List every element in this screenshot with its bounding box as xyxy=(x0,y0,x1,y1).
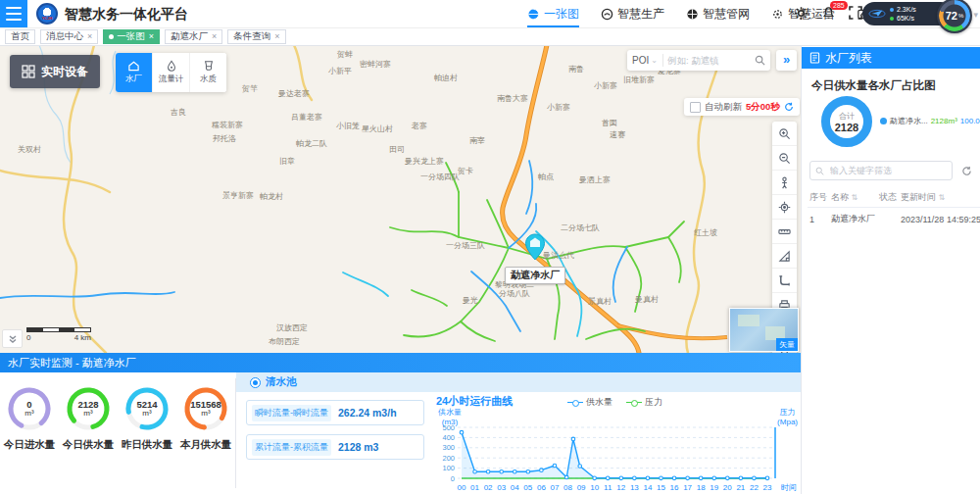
legend-pressure[interactable]: 压力 xyxy=(626,396,662,409)
hamburger-menu-button[interactable] xyxy=(0,0,27,27)
map-layer-switcher: 水厂 流量计 水质 xyxy=(116,53,226,92)
svg-text:19: 19 xyxy=(710,483,718,492)
svg-text:16: 16 xyxy=(670,483,679,492)
collapse-panel-button[interactable] xyxy=(2,329,23,348)
supply-donut-chart: 合计 2128 xyxy=(821,96,872,147)
refresh-countdown: 5分00秒 xyxy=(746,101,780,114)
svg-text:13: 13 xyxy=(630,483,639,492)
svg-text:小旧笼: 小旧笼 xyxy=(336,122,360,130)
search-icon[interactable] xyxy=(755,55,765,66)
sort-icon: ⇅ xyxy=(939,193,946,202)
realtime-device-button[interactable]: 实时设备 xyxy=(10,55,100,88)
list-refresh-icon[interactable] xyxy=(961,163,972,180)
close-icon[interactable]: × xyxy=(274,31,279,41)
locate-tool[interactable] xyxy=(772,195,797,220)
svg-text:一分场四队: 一分场四队 xyxy=(420,173,460,181)
svg-text:布朗西定: 布朗西定 xyxy=(269,337,300,346)
system-usage-gauge[interactable]: 72% xyxy=(937,0,972,33)
poi-search-input[interactable] xyxy=(663,55,755,66)
col-header-name[interactable]: 名称 ⇅ xyxy=(829,188,877,208)
nav-item-pipe-network[interactable]: 智慧管网 xyxy=(686,0,750,27)
svg-text:03: 03 xyxy=(497,483,506,492)
tab-one-map[interactable]: 一张图× xyxy=(103,29,160,44)
street-view-tool[interactable] xyxy=(772,171,797,195)
zoom-out-tool[interactable] xyxy=(772,146,797,171)
zoom-in-tool[interactable] xyxy=(772,122,797,146)
legend-supply[interactable]: 供水量 xyxy=(567,396,612,409)
map-canvas[interactable]: 曼朗贺蚌小新平密蚌河寨帕迫村南鲁南鲁大寨小新寨旧堆新寨爱尼寨小新寨贺竿曼达老寨吕… xyxy=(0,45,802,353)
nav-item-map[interactable]: 一张图 xyxy=(527,0,579,27)
svg-text:帕点: 帕点 xyxy=(538,173,554,181)
notifications-bell-icon[interactable]: 285 xyxy=(821,6,837,22)
upload-speed: 2.3K/s xyxy=(897,6,916,14)
svg-text:15: 15 xyxy=(657,483,665,492)
tank-tab-label[interactable]: 清水池 xyxy=(266,375,297,389)
svg-text:曼达老寨: 曼达老寨 xyxy=(278,89,310,98)
svg-text:17: 17 xyxy=(683,483,692,492)
col-header-updated[interactable]: 更新时间 ⇅ xyxy=(899,188,980,208)
poi-type-select[interactable]: POI⌄ xyxy=(627,54,663,67)
pie-chart-title: 今日供水量各水厂占比图 xyxy=(811,78,936,93)
tab-message-center[interactable]: 消息中心× xyxy=(40,29,98,44)
svg-text:旧章: 旧章 xyxy=(279,157,295,166)
svg-text:旧堆新寨: 旧堆新寨 xyxy=(623,75,655,84)
pipe-tool[interactable] xyxy=(772,269,797,293)
close-icon[interactable]: × xyxy=(212,31,217,41)
close-icon[interactable]: × xyxy=(149,31,154,41)
svg-text:00: 00 xyxy=(458,483,466,492)
waterplant-map-marker[interactable]: 勐遮净水厂 xyxy=(496,233,574,284)
settings-gear-icon[interactable] xyxy=(794,6,809,22)
refresh-icon[interactable] xyxy=(784,102,794,112)
svg-text:南鲁大寨: 南鲁大寨 xyxy=(497,94,528,103)
svg-text:吕董老寨: 吕董老寨 xyxy=(291,113,322,122)
measure-distance-tool[interactable] xyxy=(772,220,797,244)
svg-text:02: 02 xyxy=(484,483,493,492)
paper-plane-icon xyxy=(868,6,886,22)
svg-text:21: 21 xyxy=(736,483,745,492)
vector-basemap-button[interactable]: 矢量 xyxy=(776,338,798,351)
svg-text:11: 11 xyxy=(604,483,612,492)
svg-text:200: 200 xyxy=(442,454,455,463)
app-logo: YCJH xyxy=(36,3,58,25)
keyword-filter-input[interactable] xyxy=(828,165,947,176)
nav-item-production[interactable]: 智慧生产 xyxy=(601,0,664,27)
measure-area-tool[interactable] xyxy=(772,244,797,269)
svg-text:密蚌河寨: 密蚌河寨 xyxy=(360,60,391,69)
download-speed: 65K/s xyxy=(897,15,914,23)
table-row[interactable]: 1 勐遮净水厂 2023/11/28 14:59:25 xyxy=(808,208,980,231)
legend-marker-icon xyxy=(626,399,642,407)
tank-radio-button[interactable] xyxy=(250,377,261,388)
layer-button-flowmeter[interactable]: 流量计 xyxy=(153,53,190,92)
svg-text:小新寨: 小新寨 xyxy=(547,103,570,112)
marker-pin-icon xyxy=(523,233,547,261)
svg-text:老寨: 老寨 xyxy=(411,122,427,130)
auto-refresh-checkbox[interactable] xyxy=(690,102,701,113)
panel-expand-button[interactable]: » xyxy=(776,50,797,71)
col-header-index[interactable]: 序号 xyxy=(808,188,829,208)
svg-text:小新平: 小新平 xyxy=(328,67,352,75)
keyword-filter-box xyxy=(809,161,953,180)
layer-button-waterplant[interactable]: 水厂 xyxy=(116,53,153,92)
tab-condition-query[interactable]: 条件查询× xyxy=(227,29,285,44)
svg-text:04: 04 xyxy=(511,483,519,492)
svg-text:帕龙村: 帕龙村 xyxy=(260,192,283,201)
svg-text:分场八队: 分场八队 xyxy=(499,289,530,298)
svg-text:吉良: 吉良 xyxy=(171,108,186,117)
tab-home[interactable]: 首页 xyxy=(5,29,35,44)
close-icon[interactable]: × xyxy=(87,31,92,41)
overview-minimap[interactable]: 矢量 xyxy=(729,308,799,352)
tab-mengzhe-plant[interactable]: 勐遮水厂× xyxy=(165,29,222,44)
svg-text:曼真村: 曼真村 xyxy=(635,295,659,304)
document-icon xyxy=(809,52,820,64)
svg-text:贺蚌: 贺蚌 xyxy=(337,50,353,59)
app-title: 智慧水务一体化平台 xyxy=(65,0,188,27)
chart-legend: 供水量 压力 xyxy=(428,396,802,409)
svg-text:南宰: 南宰 xyxy=(469,136,485,145)
search-icon xyxy=(815,167,824,175)
caret-down-icon[interactable]: ▾ xyxy=(973,10,978,20)
svg-text:速赛: 速赛 xyxy=(610,130,625,139)
pipe-network-icon xyxy=(686,8,699,21)
col-header-status[interactable]: 状态 xyxy=(877,188,899,208)
svg-text:07: 07 xyxy=(551,483,560,492)
layer-button-waterquality[interactable]: 水质 xyxy=(190,53,226,92)
